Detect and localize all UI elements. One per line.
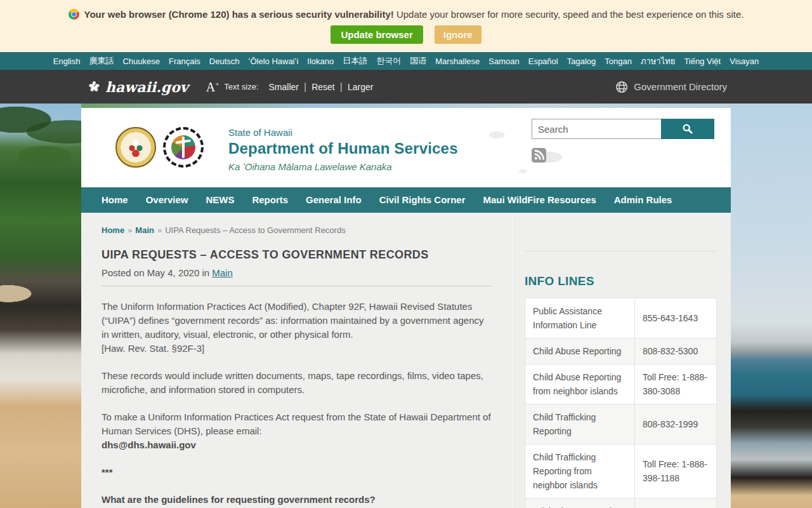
chrome-icon bbox=[69, 9, 79, 20]
info-line-number: Toll Free: 1-888-398-1188 bbox=[635, 444, 717, 498]
dhs-email: dhs@dhs.hawaii.gov bbox=[102, 439, 196, 450]
hibiscus-icon bbox=[88, 80, 101, 93]
info-line-number: 808-832-5115 bbox=[635, 498, 717, 508]
language-link-chuukese[interactable]: Chuukese bbox=[122, 57, 160, 66]
text-size-reset-link[interactable]: Reset bbox=[311, 82, 335, 92]
nav-home[interactable]: Home bbox=[93, 187, 137, 213]
breadcrumb-current: UIPA Requests – Access to Government Rec… bbox=[165, 225, 345, 235]
utility-bar: hawaii.gov A+ Text size: Smaller | Reset… bbox=[0, 70, 812, 104]
language-link-tagalog[interactable]: Tagalog bbox=[567, 57, 596, 66]
post-meta-category-link[interactable]: Main bbox=[212, 267, 233, 278]
language-link-marshallese[interactable]: Marshallese bbox=[435, 57, 480, 66]
ignore-button[interactable]: Ignore bbox=[435, 25, 481, 44]
hawaii-gov-logo[interactable]: hawaii.gov bbox=[88, 79, 188, 95]
background-photo-right bbox=[731, 104, 812, 508]
info-line-label: Adult Abuse Reporting bbox=[525, 498, 635, 508]
breadcrumb: Home»Main»UIPA Requests – Access to Gove… bbox=[102, 225, 492, 235]
breadcrumb-home-link[interactable]: Home bbox=[102, 225, 124, 235]
nav-overview[interactable]: Overview bbox=[137, 187, 197, 213]
table-row: Public Assistance Information Line 855-6… bbox=[525, 298, 717, 338]
globe-icon bbox=[615, 80, 629, 94]
post-meta: Posted on May 4, 2020 in Main bbox=[102, 267, 492, 278]
state-of-hawaii-seal bbox=[115, 127, 156, 168]
breadcrumb-separator: » bbox=[128, 225, 132, 235]
language-link-german[interactable]: Deutsch bbox=[209, 57, 240, 66]
search-input[interactable] bbox=[532, 119, 661, 139]
government-directory-label: Government Directory bbox=[634, 81, 727, 92]
language-link-japanese[interactable]: 日本語 bbox=[343, 55, 367, 67]
language-link-tongan[interactable]: Tongan bbox=[605, 57, 632, 66]
info-line-number: Toll Free: 1-888-380-3088 bbox=[635, 364, 717, 404]
department-title: Department of Human Services bbox=[228, 140, 458, 157]
warning-text-rest: Update your browser for more security, s… bbox=[396, 9, 744, 20]
rss-icon[interactable] bbox=[532, 148, 546, 165]
statute-citation: [Haw. Rev. Stat. §92F-3] bbox=[102, 343, 204, 354]
nav-admin-rules[interactable]: Admin Rules bbox=[605, 187, 681, 213]
language-link-vietnamese[interactable]: Tiếng Việt bbox=[684, 57, 721, 66]
text-size-icon: A+ bbox=[206, 81, 219, 93]
language-link-english[interactable]: English bbox=[53, 57, 81, 66]
info-lines-table: Public Assistance Information Line 855-6… bbox=[525, 298, 717, 508]
sidebar: INFO LINES Public Assistance Information… bbox=[513, 213, 731, 508]
warning-text-bold: Your web browser (Chrome 120) has a seri… bbox=[84, 9, 394, 20]
page-title: UIPA REQUESTS – ACCESS TO GOVERNMENT REC… bbox=[102, 248, 492, 262]
hawaii-gov-wordmark: hawaii.gov bbox=[105, 79, 188, 95]
info-lines-heading: INFO LINES bbox=[525, 274, 717, 288]
sidebar-divider bbox=[525, 251, 717, 251]
language-link-french[interactable]: Français bbox=[169, 57, 200, 66]
dhs-seal bbox=[163, 127, 204, 168]
language-link-cantonese[interactable]: 廣東話 bbox=[89, 55, 114, 67]
info-line-number: 855-643-1643 bbox=[635, 298, 717, 338]
info-line-number: 808-832-1999 bbox=[635, 404, 717, 444]
table-row: Adult Abuse Reporting 808-832-5115 bbox=[525, 498, 717, 508]
paragraph-uipa-definition: The Uniform Information Practices Act (M… bbox=[102, 300, 492, 356]
post-meta-text: Posted on May 4, 2020 in bbox=[102, 267, 212, 278]
text-size-label: Text size: bbox=[224, 82, 258, 91]
info-line-number: 808-832-5300 bbox=[635, 338, 717, 364]
language-link-ilokano[interactable]: Ilokano bbox=[307, 57, 334, 66]
info-line-label: Child Trafficking Reporting bbox=[525, 404, 635, 444]
hawaiian-name: Ka ʻOihana Mālama Lawelawe Kanaka bbox=[228, 161, 458, 172]
language-link-thai[interactable]: ภาษาไทย bbox=[641, 55, 675, 68]
table-row: Child Abuse Reporting 808-832-5300 bbox=[525, 338, 717, 364]
search-icon bbox=[682, 123, 693, 135]
update-browser-button[interactable]: Update browser bbox=[331, 25, 422, 44]
divider bbox=[102, 286, 492, 286]
breadcrumb-main-link[interactable]: Main bbox=[135, 225, 154, 235]
state-label: State of Hawaii bbox=[228, 127, 458, 138]
nav-reports[interactable]: Reports bbox=[243, 187, 297, 213]
nav-news[interactable]: NEWS bbox=[197, 187, 243, 213]
language-link-visayan[interactable]: Visayan bbox=[730, 57, 759, 66]
separator: | bbox=[304, 81, 306, 93]
warning-text: Your web browser (Chrome 120) has a seri… bbox=[84, 9, 744, 20]
text-size-larger-link[interactable]: Larger bbox=[348, 82, 373, 92]
separator: | bbox=[340, 81, 343, 93]
browser-warning-banner: Your web browser (Chrome 120) has a seri… bbox=[0, 0, 812, 52]
breadcrumb-separator: » bbox=[157, 225, 162, 235]
language-link-mandarin[interactable]: 国语 bbox=[410, 55, 426, 67]
language-link-samoan[interactable]: Samoan bbox=[488, 57, 519, 66]
table-row: Child Trafficking Reporting 808-832-1999 bbox=[525, 404, 717, 444]
paragraph-request-instructions: To make a Uniform Information Practices … bbox=[102, 410, 492, 452]
info-line-label: Child Abuse Reporting bbox=[525, 338, 635, 364]
nav-general-info[interactable]: General Info bbox=[297, 187, 370, 213]
paragraph-text: The Uniform Information Practices Act (M… bbox=[102, 301, 484, 340]
paragraph-records-examples: These records would include written docu… bbox=[102, 369, 492, 397]
background-photo-left bbox=[0, 104, 81, 508]
main-navigation: Home Overview NEWS Reports General Info … bbox=[81, 187, 731, 213]
search-button[interactable] bbox=[661, 119, 714, 139]
nav-maui-wildfire-resources[interactable]: Maui WildFire Resources bbox=[474, 187, 605, 213]
language-link-hawaiian[interactable]: ʻŌlelo Hawaiʻi bbox=[249, 57, 299, 66]
language-link-korean[interactable]: 한국어 bbox=[376, 55, 401, 67]
paragraph-text: To make a Uniform Information Practices … bbox=[102, 411, 491, 436]
info-line-label: Child Abuse Reporting from neighbor isla… bbox=[525, 364, 635, 404]
guidelines-question-heading: What are the guidelines for requesting g… bbox=[102, 493, 492, 507]
text-size-smaller-link[interactable]: Smaller bbox=[269, 82, 299, 92]
info-line-label: Public Assistance Information Line bbox=[525, 298, 635, 338]
language-link-spanish[interactable]: Español bbox=[528, 57, 558, 66]
nav-civil-rights-corner[interactable]: Civil Rights Corner bbox=[370, 187, 475, 213]
government-directory-link[interactable]: Government Directory bbox=[615, 80, 727, 94]
language-bar: English 廣東話 Chuukese Français Deutsch ʻŌ… bbox=[0, 52, 812, 70]
asterisk-separator: *** bbox=[102, 465, 492, 479]
table-row: Child Trafficking Reporting from neighbo… bbox=[525, 444, 717, 498]
